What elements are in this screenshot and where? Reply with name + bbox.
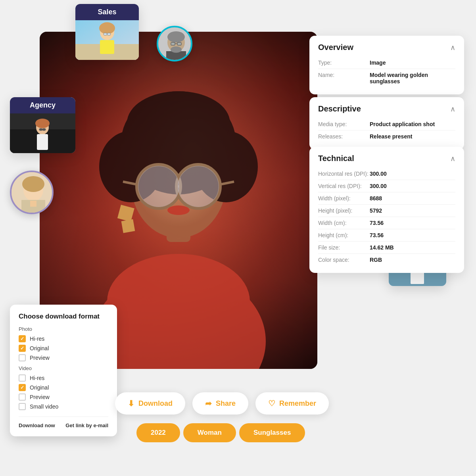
svg-point-8	[127, 91, 230, 155]
video-label-1: Original	[30, 384, 49, 391]
overview-row-name: Name: Model wearing golden sunglasses	[318, 69, 455, 87]
photo-label-2: Preview	[30, 355, 50, 361]
tags-row: 2022 Woman Sunglasses	[135, 423, 307, 442]
tag-year[interactable]: 2022	[136, 423, 180, 442]
svg-point-45	[171, 46, 182, 53]
photo-option-2[interactable]: Preview	[19, 354, 108, 361]
svg-rect-50	[411, 272, 424, 284]
photo-option-0[interactable]: Hi-res	[19, 335, 108, 342]
video-option-3[interactable]: Small video	[19, 403, 108, 410]
descriptive-row-mediatype: Media type: Product application shot	[318, 118, 455, 131]
photo-checkbox-0[interactable]	[19, 335, 26, 342]
svg-rect-18	[121, 219, 135, 233]
video-label-0: Hi-res	[30, 375, 44, 381]
technical-row-3: Height (pixel):5792	[318, 205, 455, 217]
svg-point-35	[22, 176, 44, 192]
remember-button[interactable]: ♡ Remember	[255, 392, 329, 415]
technical-row-1: Vertical res (DPI):300.00	[318, 180, 455, 192]
get-link-button[interactable]: Get link by e-mail	[65, 422, 108, 428]
svg-point-15	[178, 166, 219, 207]
video-label-3: Small video	[30, 403, 58, 410]
download-button[interactable]: ⬇ Download	[115, 392, 185, 415]
svg-rect-43	[177, 42, 181, 45]
overview-chevron[interactable]: ∧	[450, 43, 455, 52]
avatar-purple	[10, 171, 54, 214]
avatar-teal	[157, 26, 192, 61]
video-checkbox-3[interactable]	[19, 403, 26, 410]
video-option-2[interactable]: Preview	[19, 393, 108, 401]
svg-point-16	[167, 205, 190, 215]
share-label: Share	[216, 399, 236, 408]
technical-title: Technical	[318, 154, 354, 163]
svg-point-40	[167, 31, 185, 42]
download-panel-title: Choose download format	[19, 313, 108, 321]
svg-rect-30	[37, 134, 48, 150]
agency-card-title: Agency	[10, 97, 75, 113]
technical-row-7: Color space:RGB	[318, 254, 455, 266]
share-button[interactable]: ➦ Share	[192, 392, 248, 415]
overview-title: Overview	[318, 43, 353, 52]
technical-chevron[interactable]: ∧	[450, 154, 455, 163]
overview-panel: Overview ∧ Type: Image Name: Model weari…	[309, 36, 464, 94]
video-label-2: Preview	[30, 394, 50, 400]
technical-row-2: Width (pixel):8688	[318, 192, 455, 205]
heart-icon: ♡	[268, 399, 275, 408]
svg-rect-24	[104, 33, 107, 35]
descriptive-chevron[interactable]: ∧	[450, 105, 455, 113]
agency-card-image	[10, 113, 75, 153]
overview-row-type: Type: Image	[318, 57, 455, 69]
tag-woman[interactable]: Woman	[183, 423, 236, 442]
svg-point-22	[99, 22, 115, 34]
photo-label-1: Original	[30, 345, 49, 351]
svg-point-29	[35, 119, 50, 128]
svg-rect-37	[30, 201, 36, 207]
descriptive-title: Descriptive	[318, 104, 361, 113]
video-section-label: Video	[19, 365, 108, 371]
svg-rect-32	[42, 129, 46, 131]
photo-checkbox-2[interactable]	[19, 354, 26, 361]
technical-row-5: Height (cm):73.56	[318, 229, 455, 242]
technical-row-6: File size:14.62 MB	[318, 242, 455, 254]
svg-rect-23	[100, 40, 114, 54]
descriptive-row-releases: Releases: Release present	[318, 131, 455, 142]
tag-sunglasses[interactable]: Sunglasses	[239, 423, 305, 442]
svg-point-2	[107, 254, 250, 349]
sales-card-title: Sales	[75, 4, 139, 20]
technical-row-4: Width (cm):73.56	[318, 217, 455, 229]
share-icon: ➦	[205, 399, 212, 408]
remember-label: Remember	[279, 399, 316, 408]
video-option-0[interactable]: Hi-res	[19, 374, 108, 382]
video-checkbox-1[interactable]	[19, 384, 26, 391]
svg-rect-25	[107, 33, 111, 35]
agency-card: Agency	[10, 97, 75, 153]
download-format-panel: Choose download format Photo Hi-res Orig…	[10, 305, 117, 436]
action-buttons-row: ⬇ Download ➦ Share ♡ Remember	[115, 392, 329, 415]
svg-rect-31	[39, 129, 42, 131]
sales-card-image	[75, 20, 139, 60]
photo-section-label: Photo	[19, 326, 108, 332]
technical-panel: Technical ∧ Horizontal res (DPI):300.00V…	[309, 147, 464, 273]
descriptive-panel: Descriptive ∧ Media type: Product applic…	[309, 97, 464, 150]
video-checkbox-0[interactable]	[19, 374, 26, 382]
technical-row-0: Horizontal res (DPI):300.00	[318, 168, 455, 180]
download-now-button[interactable]: Download now	[19, 422, 55, 428]
download-label: Download	[138, 399, 173, 408]
video-option-1[interactable]: Original	[19, 384, 108, 391]
download-icon: ⬇	[128, 399, 134, 408]
svg-rect-42	[171, 42, 175, 45]
video-checkbox-2[interactable]	[19, 393, 26, 401]
photo-option-1[interactable]: Original	[19, 345, 108, 352]
photo-checkbox-1[interactable]	[19, 345, 26, 352]
svg-point-14	[138, 166, 179, 207]
photo-label-0: Hi-res	[30, 336, 44, 342]
sales-card: Sales	[75, 4, 139, 60]
